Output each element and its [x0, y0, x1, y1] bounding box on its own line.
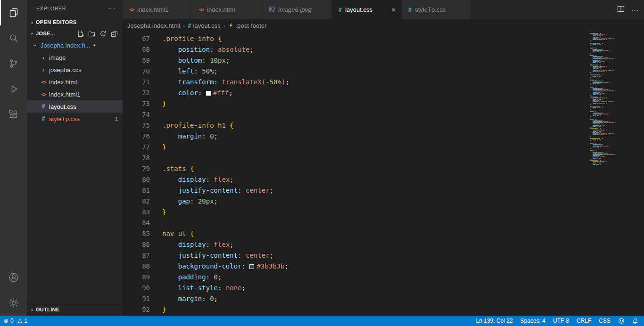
tab-index.html1[interactable]: <>index.html1 [123, 0, 192, 19]
new-file-icon[interactable] [77, 30, 84, 37]
extensions-icon[interactable] [0, 102, 27, 127]
tab-styleTp.css[interactable]: #styleTp.css [402, 0, 471, 19]
code-line[interactable]: } [162, 98, 587, 109]
sidebar-header: EXPLORER ··· [27, 0, 123, 16]
tab-label: styleTp.css [415, 6, 446, 13]
chevron-right-icon: › [40, 54, 47, 61]
status-bar-right: Ln 139, Col 22 Spaces: 4 UTF-8 CRLF CSS [476, 318, 638, 324]
refresh-icon[interactable] [99, 30, 107, 37]
code-line[interactable]: nav ul { [162, 228, 587, 239]
code-line[interactable]: .stats { [162, 163, 587, 174]
breadcrumb-item-Josepha index.html[interactable]: Josepha index.html [127, 22, 180, 29]
explorer-icon[interactable] [0, 0, 27, 25]
code-line[interactable] [162, 153, 587, 163]
tab-image6.jpeg[interactable]: image6.jpeg [262, 0, 332, 19]
new-folder-icon[interactable] [88, 30, 95, 37]
editor-group: <>index.html1<>index.htmlimage6.jpeg#lay… [123, 0, 644, 316]
line-number: 79 [123, 163, 150, 174]
tabs-container: <>index.html1<>index.htmlimage6.jpeg#lay… [123, 0, 471, 19]
breadcrumb-item-.post-footer[interactable]: .post-footer [228, 22, 267, 30]
css-rule-symbol-icon [228, 22, 234, 30]
code-line[interactable]: } [162, 304, 587, 315]
code-line[interactable]: left: 50%; [162, 66, 587, 77]
settings-gear-icon[interactable] [0, 290, 27, 316]
minimap[interactable] [587, 32, 644, 316]
css-file-icon: # [40, 103, 47, 110]
breadcrumb-item-layout.css[interactable]: #layout.css [188, 22, 220, 29]
encoding-setting[interactable]: UTF-8 [553, 318, 569, 324]
tree-item-label: index.html [49, 79, 77, 86]
tree-item-label: josepha.ccs [49, 66, 82, 73]
code-lines[interactable]: .profile-info { position: absolute; bott… [162, 32, 587, 316]
tab-index.html[interactable]: <>index.html [192, 0, 262, 19]
tab-label: index.html [207, 6, 235, 13]
problems-badge: 1 [112, 116, 118, 122]
code-line[interactable]: display: flex; [162, 174, 587, 185]
run-and-debug-icon[interactable] [0, 76, 27, 102]
workspace-section-header[interactable]: › JOSE... [27, 28, 123, 39]
error-icon: ⊗ [4, 318, 8, 324]
search-icon[interactable] [0, 25, 27, 51]
tab-label: image6.jpeg [278, 6, 312, 13]
code-line[interactable]: background-color: #3b3b3b; [162, 261, 587, 272]
tree-item-layout.css[interactable]: #layout.css [27, 100, 123, 113]
outline-section[interactable]: › OUTLINE [27, 303, 123, 316]
code-line[interactable]: justify-content: center; [162, 185, 587, 196]
code-line[interactable]: margin: 0; [162, 131, 587, 142]
line-number: 82 [123, 196, 150, 207]
code-line[interactable]: position: absolute; [162, 44, 587, 55]
eol-setting[interactable]: CRLF [577, 318, 591, 324]
feedback-smiley-icon[interactable] [618, 318, 625, 324]
code-line[interactable]: } [162, 207, 587, 218]
chevron-down-icon: › [32, 42, 38, 49]
close-icon[interactable]: × [390, 6, 396, 14]
open-editors-label: OPEN EDITORS [36, 19, 77, 25]
tree-item-label: image [49, 54, 66, 61]
accounts-icon[interactable] [0, 265, 27, 290]
code-line[interactable]: .profile-info { [162, 33, 587, 44]
main-area: EXPLORER ··· › OPEN EDITORS › JOSE... ›J… [0, 0, 644, 316]
code-line[interactable]: padding: 0; [162, 272, 587, 283]
cursor-position[interactable]: Ln 139, Col 22 [476, 318, 513, 324]
tree-item-Josepha index.h...[interactable]: ›Josepha index.h...● [27, 39, 123, 51]
more-actions-icon[interactable]: ··· [631, 6, 639, 14]
code-line[interactable] [162, 109, 587, 120]
split-editor-icon[interactable] [617, 5, 625, 15]
collapse-all-icon[interactable] [111, 30, 118, 37]
sidebar-more-actions-icon[interactable]: ··· [108, 5, 116, 12]
code-line[interactable]: } [162, 142, 587, 153]
tab-label: index.html1 [137, 6, 168, 13]
notifications-bell-icon[interactable] [632, 318, 638, 324]
tree-item-index.html1[interactable]: <>index.html1 [27, 88, 123, 100]
tree-item-josepha.ccs[interactable]: ›josepha.ccs [27, 64, 123, 76]
code-line[interactable]: transform: translateX(-50%); [162, 77, 587, 88]
errors-count[interactable]: ⊗ 0 [4, 318, 14, 324]
tab-layout.css[interactable]: #layout.css× [332, 0, 402, 19]
line-number: 91 [123, 293, 150, 304]
line-number: 71 [123, 77, 150, 88]
tree-item-label: styleTp.css [49, 115, 80, 122]
sidebar-title: EXPLORER [36, 6, 66, 11]
code-line[interactable]: .profile-info h1 { [162, 120, 587, 131]
code-editor[interactable]: 6768697071727374757677787980818283848586… [123, 32, 644, 316]
code-line[interactable]: bottom: 10px; [162, 55, 587, 66]
code-line[interactable]: gap: 20px; [162, 196, 587, 207]
tree-item-index.html[interactable]: <>index.html [27, 76, 123, 88]
code-line[interactable]: display: flex; [162, 239, 587, 250]
indentation-setting[interactable]: Spaces: 4 [520, 318, 545, 324]
code-line[interactable] [162, 218, 587, 228]
line-number: 77 [123, 142, 150, 153]
code-line[interactable]: list-style: none; [162, 283, 587, 293]
errors-value: 0 [10, 318, 14, 324]
warnings-count[interactable]: ⚠ 1 [17, 318, 27, 324]
tree-item-image[interactable]: ›image [27, 51, 123, 64]
tree-item-styleTp.css[interactable]: #styleTp.css1 [27, 113, 123, 125]
code-line[interactable]: margin: 0; [162, 293, 587, 304]
open-editors-section[interactable]: › OPEN EDITORS [27, 16, 123, 28]
code-line[interactable]: justify-content: center; [162, 250, 587, 261]
language-mode[interactable]: CSS [599, 318, 611, 324]
outline-label: OUTLINE [36, 307, 59, 312]
code-line[interactable]: color: #fff; [162, 88, 587, 98]
line-number: 83 [123, 207, 150, 218]
source-control-icon[interactable] [0, 51, 27, 76]
